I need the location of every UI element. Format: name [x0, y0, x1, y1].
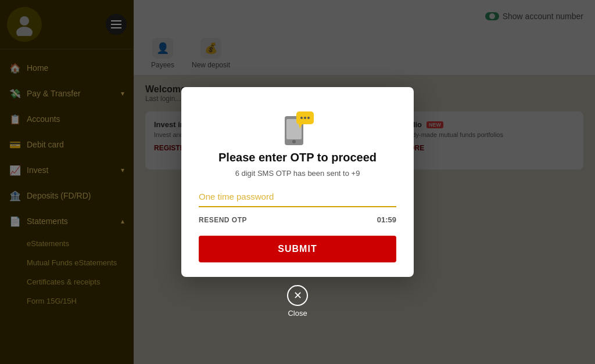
otp-timer: 01:59: [377, 215, 396, 224]
resend-otp-button[interactable]: RESEND OTP: [199, 216, 247, 224]
svg-point-8: [304, 117, 306, 119]
close-area: ✕ Close: [287, 285, 308, 318]
modal-overlay: Please enter OTP to proceed 6 digit SMS …: [0, 0, 595, 364]
otp-modal: Please enter OTP to proceed 6 digit SMS …: [181, 87, 414, 277]
otp-illustration: [274, 104, 321, 151]
otp-input[interactable]: [199, 189, 396, 204]
submit-button[interactable]: SUBMIT: [199, 236, 396, 262]
svg-point-7: [300, 117, 303, 119]
otp-actions-row: RESEND OTP 01:59: [199, 215, 396, 224]
svg-point-9: [307, 117, 310, 119]
otp-input-wrapper: [199, 189, 396, 207]
close-label: Close: [288, 309, 307, 318]
close-button[interactable]: ✕: [287, 285, 308, 306]
svg-point-4: [292, 140, 296, 143]
modal-subtitle: 6 digit SMS OTP has been sent to +9: [235, 169, 360, 178]
modal-title: Please enter OTP to proceed: [218, 151, 377, 164]
